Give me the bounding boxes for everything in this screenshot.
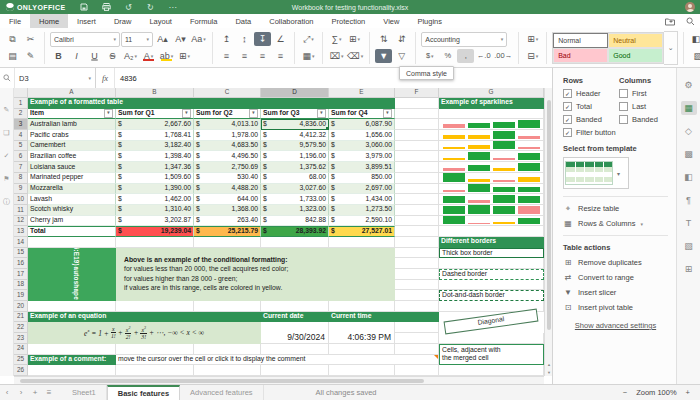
- value-cell-E4[interactable]: $1,656.00: [329, 130, 395, 141]
- item-cell-scotch-whisky[interactable]: Scotch whisky: [28, 205, 116, 216]
- chevron-down-icon[interactable]: ▾: [88, 75, 91, 81]
- select-range-icon[interactable]: ▨: [689, 49, 700, 63]
- comment-icon[interactable]: ✎: [4, 106, 10, 113]
- value-cell-E12[interactable]: $2,590.10: [329, 216, 395, 227]
- cell-E26[interactable]: [329, 365, 395, 376]
- cell-F2[interactable]: [395, 109, 439, 120]
- menu-tab-formula[interactable]: Formula: [181, 14, 227, 28]
- borders-icon[interactable]: ⊞▾: [176, 49, 193, 63]
- named-ranges-icon[interactable]: ⊞▾: [346, 32, 363, 46]
- row-header-17[interactable]: 17: [14, 269, 28, 280]
- horizontal-scrollbar-thumb[interactable]: [20, 379, 424, 383]
- row-header-15[interactable]: 15: [14, 248, 28, 259]
- row-header-2[interactable]: 2: [14, 109, 28, 120]
- checkbox-banded[interactable]: ✓Banded: [563, 115, 619, 124]
- value-cell-E6[interactable]: $3,979.00: [329, 151, 395, 162]
- row-header-19[interactable]: 19: [14, 290, 28, 301]
- cell-F4[interactable]: [395, 130, 439, 141]
- item-cell-loisiana-sauce[interactable]: Loisiana sauce: [28, 162, 116, 173]
- currency-style-icon[interactable]: $▾: [421, 49, 438, 63]
- style-chip-good[interactable]: Good: [608, 48, 663, 63]
- zoom-out-button[interactable]: −: [623, 388, 627, 397]
- menu-tab-home[interactable]: Home: [30, 14, 68, 28]
- open-file-location-icon[interactable]: [660, 14, 680, 28]
- style-chip-bad[interactable]: Bad: [553, 48, 608, 63]
- value-cell-C10[interactable]: $644.00: [194, 194, 261, 205]
- row-header-25[interactable]: 25: [14, 355, 28, 366]
- cell-F17[interactable]: [395, 269, 439, 280]
- row-header-1[interactable]: 1: [14, 98, 28, 109]
- equation-title-cell[interactable]: Example of an equation: [28, 312, 261, 323]
- convert-to-range-button[interactable]: ⇄Convert to range: [563, 273, 668, 282]
- table-header-sum-for-q1[interactable]: Sum for Q1▾: [116, 109, 194, 120]
- row-header-3[interactable]: 3: [14, 119, 28, 130]
- insert-slicer-button[interactable]: ▼Insert slicer: [563, 288, 668, 297]
- sort-asc-icon[interactable]: ⇅: [375, 32, 392, 46]
- table-title-cell[interactable]: Example of a formatted table: [28, 98, 395, 109]
- cell-F1[interactable]: [395, 98, 439, 109]
- cell-F13[interactable]: [395, 226, 439, 237]
- value-cell-B10[interactable]: $1,462.00: [116, 194, 194, 205]
- row-header-5[interactable]: 5: [14, 141, 28, 152]
- slicer-settings-icon[interactable]: ▧: [681, 239, 697, 253]
- table-header-sum-for-q4[interactable]: Sum for Q4▾: [329, 109, 395, 120]
- borders-title-cell[interactable]: Different borders: [439, 237, 544, 248]
- menu-tab-layout[interactable]: Layout: [140, 14, 181, 28]
- pivot-settings-icon[interactable]: ⊞: [681, 262, 697, 276]
- menu-tab-collaboration[interactable]: Collaboration: [260, 14, 322, 28]
- value-cell-D6[interactable]: $1,196.00: [261, 151, 329, 162]
- item-cell-australian-lamb[interactable]: Australian lamb: [28, 119, 116, 130]
- checkbox-header[interactable]: ✓Header: [563, 89, 619, 98]
- search-icon[interactable]: [680, 14, 700, 28]
- dotdash-border-cell[interactable]: Dot-and-dash border: [439, 290, 544, 301]
- cell-settings-icon[interactable]: ⚙: [681, 78, 697, 92]
- image-settings-icon[interactable]: ▩: [681, 147, 697, 161]
- thick-border-cell[interactable]: Thick box border: [439, 248, 544, 259]
- value-cell-E3[interactable]: $6,087.90: [329, 119, 395, 130]
- style-chip-neutral[interactable]: Neutral: [608, 33, 663, 48]
- current-time-header-cell[interactable]: Current time: [329, 312, 395, 323]
- cell-A20[interactable]: [28, 301, 116, 312]
- value-cell-B5[interactable]: $3,182.40: [116, 141, 194, 152]
- user-avatar[interactable]: [685, 2, 695, 12]
- value-cell-B11[interactable]: $1,310.40: [116, 205, 194, 216]
- align-right-icon[interactable]: ≡: [254, 49, 271, 63]
- cell-F22[interactable]: [395, 322, 439, 333]
- value-cell-B3[interactable]: $2,667.60: [116, 119, 194, 130]
- dashed-border-cell[interactable]: Dashed border: [439, 269, 544, 280]
- value-cell-D10[interactable]: $1,733.00: [261, 194, 329, 205]
- item-cell-camembert[interactable]: Camembert: [28, 141, 116, 152]
- filter-button-icon[interactable]: ▾: [182, 109, 191, 118]
- table-header-item[interactable]: Item▾: [28, 109, 116, 120]
- cell-G23[interactable]: [439, 333, 544, 344]
- row-header-23[interactable]: 23: [14, 333, 28, 344]
- justify-icon[interactable]: ≡: [272, 49, 289, 63]
- more-icon[interactable]: ⋯: [161, 0, 183, 14]
- cell-F18[interactable]: [395, 280, 439, 291]
- value-cell-C7[interactable]: $2,750.69: [194, 162, 261, 173]
- row-header-22[interactable]: 22: [14, 322, 28, 333]
- row-header-24[interactable]: 24: [14, 344, 28, 355]
- increase-font-icon[interactable]: A▴: [154, 32, 171, 46]
- sheet-next-icon[interactable]: ›: [14, 385, 28, 400]
- sparkline-australian-lamb[interactable]: [439, 119, 544, 130]
- resize-table-button[interactable]: ⌖ Resize table: [563, 204, 668, 213]
- increase-decimal-icon[interactable]: .00→: [493, 49, 513, 63]
- autosum-icon[interactable]: ∑▾: [328, 32, 345, 46]
- diagonal-border-cell[interactable]: Diagonal: [439, 312, 544, 333]
- checkbox-total[interactable]: ✓Total: [563, 102, 619, 111]
- cell-F12[interactable]: [395, 216, 439, 227]
- checkbox-last[interactable]: Last: [619, 102, 668, 111]
- column-header-G[interactable]: G: [439, 88, 544, 98]
- sheet-tab-basic-features[interactable]: Basic features: [107, 385, 180, 400]
- table-header-sum-for-q2[interactable]: Sum for Q2▾: [194, 109, 261, 120]
- filter-icon[interactable]: ▼: [375, 49, 392, 63]
- horizontal-scrollbar[interactable]: [14, 376, 544, 384]
- current-date-header-cell[interactable]: Current date: [261, 312, 329, 323]
- print-icon[interactable]: [95, 0, 117, 14]
- item-cell-brazilian-coffee[interactable]: Brazilian coffee: [28, 151, 116, 162]
- row-header-6[interactable]: 6: [14, 151, 28, 162]
- sparkline-camembert[interactable]: [439, 141, 544, 152]
- sheet-tab-sheet1[interactable]: Sheet1: [62, 385, 107, 400]
- menu-tab-draw[interactable]: Draw: [105, 14, 141, 28]
